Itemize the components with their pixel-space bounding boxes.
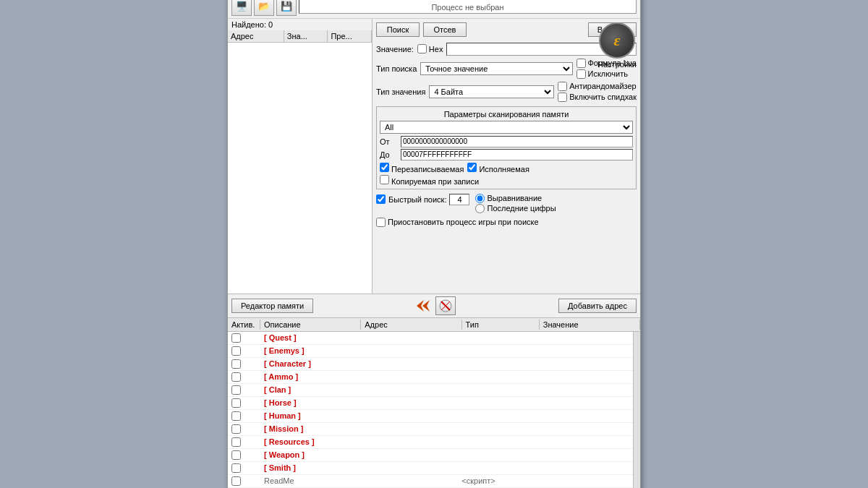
copyable-check[interactable]: Копируемая при записи (380, 177, 479, 186)
row-value (534, 389, 633, 390)
hex-check: Hex (417, 44, 443, 53)
process-bar[interactable]: Процесс не выбран (299, 0, 637, 14)
col-address: Адрес (228, 30, 284, 42)
value-type-form: Тип значения 4 Байта (376, 82, 554, 102)
row-active (228, 372, 260, 382)
memory-editor-button[interactable]: Редактор памяти (231, 299, 313, 313)
align-options: Выравнивание Последние цифры (475, 194, 556, 213)
row-type (458, 363, 534, 364)
table-row[interactable]: [ Quest ] (228, 332, 633, 345)
row-addr (359, 467, 459, 468)
row-type: <скрипт> (458, 476, 534, 486)
open-file-button[interactable]: 📂 (254, 0, 274, 16)
scan-type-select[interactable]: Точное значение (420, 62, 572, 75)
all-select[interactable]: All (380, 121, 633, 134)
row-desc: [ Clan ] (260, 385, 359, 395)
table-body[interactable]: [ Quest ] [ Enemys ] [ Character ] [ Amm… (228, 332, 633, 489)
row-type (458, 389, 534, 390)
row-checkbox[interactable] (231, 411, 241, 421)
scan-type-label: Тип поиска (376, 64, 417, 73)
row-active (228, 463, 260, 474)
ce-logo-area: ε Настройки (597, 22, 637, 69)
table-row[interactable]: [ Horse ] (228, 397, 633, 410)
filter-button[interactable]: Отсев (423, 22, 467, 37)
row-active (228, 346, 260, 356)
row-checkbox[interactable] (231, 398, 241, 408)
add-address-button[interactable]: Добавить адрес (558, 299, 637, 313)
memory-scan-section: Параметры сканирования памяти All От До … (376, 106, 637, 189)
table-row[interactable]: [ Character ] (228, 358, 633, 371)
table-row[interactable]: [ Clan ] (228, 384, 633, 397)
from-input[interactable] (401, 136, 633, 147)
table-row[interactable]: [ Smith ] (228, 462, 633, 475)
row-checkbox[interactable] (231, 372, 241, 382)
row-value (534, 363, 633, 364)
pause-check[interactable]: Приостановить процесс игры при поиске (376, 218, 637, 227)
table-header: Актив. Описание Адрес Тип Значение (228, 318, 640, 332)
row-checkbox[interactable] (231, 346, 241, 356)
toolbar-center (416, 296, 456, 315)
table-row[interactable]: [ Enemys ] (228, 345, 633, 358)
stop-button[interactable] (435, 296, 456, 315)
row-type (458, 402, 534, 403)
row-checkbox[interactable] (231, 424, 241, 434)
writable-exec-row: Перезаписываемая Исполняемая (380, 163, 633, 174)
hex-checkbox[interactable] (417, 44, 427, 53)
search-button[interactable]: Поиск (376, 22, 420, 37)
row-addr (359, 454, 459, 455)
align-radio[interactable]: Выравнивание (475, 194, 556, 203)
value-type-row: Тип значения 4 Байта Антирандомайзер Вкл… (376, 82, 637, 102)
found-list[interactable] (228, 43, 372, 294)
executable-check[interactable]: Исполняемая (467, 163, 529, 174)
row-addr (359, 428, 459, 429)
value-type-select[interactable]: 4 Байта (429, 85, 554, 98)
row-checkbox[interactable] (231, 437, 241, 447)
to-row: До (380, 149, 633, 160)
row-addr (359, 415, 459, 416)
table-row[interactable]: ReadMe <скрипт> (228, 475, 633, 488)
row-value (534, 467, 633, 468)
col-addr: Адрес (361, 320, 461, 330)
row-value (534, 454, 633, 455)
last-digits-radio[interactable]: Последние цифры (475, 204, 556, 213)
table-row[interactable]: [ Mission ] (228, 423, 633, 436)
to-input[interactable] (401, 149, 633, 160)
main-content: Найдено: 0 Адрес Зна... Пре... ε Настрой… (228, 19, 640, 294)
fast-search-check[interactable]: Быстрый поиск: (376, 194, 469, 205)
row-addr (359, 402, 459, 403)
scan-type-form: Тип поиска Точное значение (376, 59, 573, 79)
row-addr (359, 337, 459, 338)
row-desc: [ Character ] (260, 359, 359, 369)
col-active: Актив. (228, 320, 260, 330)
row-checkbox[interactable] (231, 333, 241, 343)
row-value (534, 350, 633, 351)
save-button[interactable]: 💾 (276, 0, 297, 16)
fast-search-input[interactable] (449, 194, 469, 205)
antirandom-check[interactable]: Антирандомайзер (558, 82, 637, 91)
exclude-check[interactable]: Исключить (576, 69, 637, 79)
settings-label[interactable]: Настройки (597, 60, 637, 69)
speedhack-check[interactable]: Включить спидхак (558, 93, 637, 102)
row-checkbox[interactable] (231, 476, 241, 486)
row-active (228, 424, 260, 435)
row-type (458, 337, 534, 338)
row-type (458, 415, 534, 416)
row-addr (359, 376, 459, 377)
row-type (458, 376, 534, 377)
row-desc: [ Quest ] (260, 333, 359, 343)
writable-check[interactable]: Перезаписываемая (380, 163, 464, 174)
table-row[interactable]: [ Ammo ] (228, 371, 633, 384)
copyable-row: Копируемая при записи (380, 175, 633, 186)
row-checkbox[interactable] (231, 385, 241, 395)
table-row[interactable]: [ Weapon ] (228, 449, 633, 462)
row-checkbox[interactable] (231, 463, 241, 473)
row-type (458, 467, 534, 468)
table-row[interactable]: [ Human ] (228, 410, 633, 423)
table-scrollbar[interactable] (633, 332, 640, 489)
open-process-button[interactable]: 🖥️ (231, 0, 252, 16)
row-checkbox[interactable] (231, 450, 241, 460)
table-section: Актив. Описание Адрес Тип Значение [ Que… (228, 318, 640, 489)
row-value (534, 376, 633, 377)
row-checkbox[interactable] (231, 359, 241, 369)
table-row[interactable]: [ Resources ] (228, 436, 633, 449)
